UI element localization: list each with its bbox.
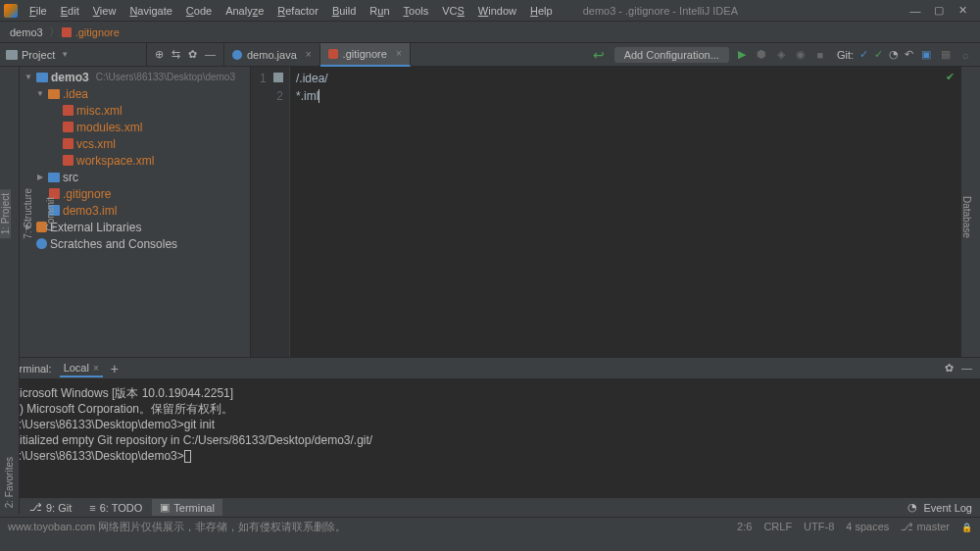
bottom-tab-git[interactable]: ⎇9: Git bbox=[22, 499, 79, 516]
tool-favorites[interactable]: 2: Favorites bbox=[4, 457, 15, 508]
list-icon: ≡ bbox=[89, 502, 95, 514]
menu-edit[interactable]: Edit bbox=[55, 3, 85, 19]
tree-label: External Libraries bbox=[50, 221, 141, 234]
menu-build[interactable]: Build bbox=[326, 3, 362, 19]
menu-code[interactable]: Code bbox=[180, 3, 218, 19]
terminal-add-button[interactable]: + bbox=[111, 361, 119, 376]
arrow-down-icon[interactable]: ▼ bbox=[35, 89, 45, 98]
git-commit-icon[interactable]: ✓ bbox=[874, 48, 883, 61]
git-history-icon[interactable]: ◔ bbox=[889, 48, 899, 61]
toolbar-row: Project ▼ ⊕ ⇆ ✿ — demo.java × .gitignore… bbox=[0, 43, 980, 67]
maximize-button[interactable]: ▢ bbox=[933, 5, 945, 17]
tool-commit[interactable]: Commit bbox=[45, 193, 56, 234]
status-position[interactable]: 2:6 bbox=[737, 521, 752, 533]
tool-database[interactable]: Database bbox=[961, 196, 972, 238]
tab-label: .gitignore bbox=[343, 48, 387, 60]
run-config-button[interactable]: Add Configuration... bbox=[614, 47, 729, 63]
tree-file[interactable]: workspace.xml bbox=[20, 152, 250, 169]
back-arrow-icon[interactable]: ↩ bbox=[593, 47, 605, 63]
gear-icon[interactable]: ✿ bbox=[945, 362, 954, 375]
structure-icon[interactable]: ▦ bbox=[939, 48, 953, 61]
tab-demo-java[interactable]: demo.java × bbox=[224, 44, 320, 66]
run-icon[interactable]: ▶ bbox=[735, 48, 749, 61]
text-cursor bbox=[318, 89, 319, 103]
debug-icon[interactable]: ⬢ bbox=[755, 48, 768, 61]
tree-idea-folder[interactable]: ▼ .idea bbox=[20, 85, 250, 102]
terminal-panel: Terminal: Local× + ✿ — Microsoft Windows… bbox=[0, 357, 980, 497]
status-indent[interactable]: 4 spaces bbox=[846, 521, 889, 533]
git-rollback-icon[interactable]: ↶ bbox=[905, 48, 913, 61]
inspection-ok-icon[interactable]: ✔ bbox=[946, 71, 955, 83]
terminal-body[interactable]: Microsoft Windows [版本 10.0.19044.2251] (… bbox=[0, 379, 980, 497]
terminal-tab-local[interactable]: Local× bbox=[60, 360, 103, 377]
profile-icon[interactable]: ◉ bbox=[794, 48, 808, 61]
tree-label: workspace.xml bbox=[76, 154, 154, 168]
run-toolbar: ↩ Add Configuration... ▶ ⬢ ◈ ◉ ■ Git: ✓ … bbox=[585, 47, 980, 63]
arrow-right-icon[interactable]: ▶ bbox=[35, 173, 45, 181]
close-button[interactable]: ✕ bbox=[956, 5, 968, 17]
breadcrumb-root[interactable]: demo3 bbox=[6, 25, 47, 39]
arrow-down-icon[interactable]: ▼ bbox=[24, 73, 33, 81]
close-icon[interactable]: × bbox=[93, 363, 99, 374]
tab-gitignore[interactable]: .gitignore × bbox=[320, 43, 411, 67]
gear-icon[interactable]: ✿ bbox=[188, 48, 197, 61]
folder-action-icon[interactable]: ▣ bbox=[919, 48, 933, 61]
event-log-button[interactable]: Event Log bbox=[923, 502, 972, 514]
breadcrumb-file[interactable]: .gitignore bbox=[72, 25, 123, 39]
term-line: Initialized empty Git repository in C:/U… bbox=[10, 432, 970, 448]
tree-scratches[interactable]: Scratches and Consoles bbox=[20, 235, 250, 252]
tree-label: .idea bbox=[63, 87, 88, 101]
folder-icon bbox=[6, 50, 18, 60]
menu-file[interactable]: File bbox=[24, 3, 53, 19]
menu-analyze[interactable]: Analyze bbox=[220, 3, 270, 19]
close-icon[interactable]: × bbox=[396, 48, 402, 59]
tree-label: vcs.xml bbox=[76, 137, 116, 151]
app-icon bbox=[4, 4, 18, 18]
minimize-button[interactable]: — bbox=[909, 5, 921, 17]
coverage-icon[interactable]: ◈ bbox=[774, 48, 788, 61]
tool-project[interactable]: 1: Project bbox=[0, 189, 11, 238]
menu-run[interactable]: Run bbox=[364, 3, 395, 19]
status-encoding[interactable]: UTF-8 bbox=[804, 521, 834, 533]
window-title: demo3 - .gitignore - IntelliJ IDEA bbox=[412, 5, 909, 17]
status-eol[interactable]: CRLF bbox=[763, 521, 792, 533]
editor-content[interactable]: /.idea/ *.iml bbox=[290, 67, 960, 357]
bottom-tab-terminal[interactable]: ▣Terminal bbox=[152, 499, 222, 516]
main-area: 1: Project 7: Structure Commit ▼ demo3 C… bbox=[0, 67, 980, 357]
lock-icon[interactable] bbox=[961, 521, 972, 533]
tree-root[interactable]: ▼ demo3 C:\Users\86133\Desktop\demo3 bbox=[20, 69, 250, 85]
editor-gutter: 1 2 bbox=[251, 67, 290, 357]
chevron-right-icon: 〉 bbox=[49, 25, 60, 39]
menu-refactor[interactable]: Refactor bbox=[271, 3, 324, 19]
menu-navigate[interactable]: Navigate bbox=[123, 3, 177, 19]
project-panel-header[interactable]: Project ▼ bbox=[0, 43, 147, 66]
search-icon[interactable]: ⌕ bbox=[958, 49, 972, 61]
term-line: (c) Microsoft Corporation。保留所有权利。 bbox=[10, 401, 970, 417]
tree-label: misc.xml bbox=[76, 104, 122, 118]
expand-icon[interactable]: ⇆ bbox=[172, 48, 180, 61]
term-line: C:\Users\86133\Desktop\demo3>git init bbox=[10, 417, 970, 432]
stop-icon[interactable]: ■ bbox=[813, 49, 827, 61]
git-update-icon[interactable]: ✓ bbox=[859, 48, 868, 61]
tree-label: src bbox=[63, 171, 78, 184]
minimize-icon[interactable]: — bbox=[961, 362, 972, 375]
gitignore-icon bbox=[328, 49, 338, 59]
menu-view[interactable]: View bbox=[87, 3, 122, 19]
close-icon[interactable]: × bbox=[306, 49, 312, 60]
java-icon bbox=[232, 50, 242, 60]
status-branch[interactable]: ⎇ master bbox=[901, 521, 950, 533]
tree-file[interactable]: misc.xml bbox=[20, 102, 250, 119]
tool-structure[interactable]: 7: Structure bbox=[23, 184, 33, 243]
editor[interactable]: 1 2 /.idea/ *.iml ✔ bbox=[251, 67, 960, 357]
tree-file[interactable]: modules.xml bbox=[20, 119, 250, 135]
bottom-tab-todo[interactable]: ≡6: TODO bbox=[81, 500, 150, 516]
title-bar: File Edit View Navigate Code Analyze Ref… bbox=[0, 0, 980, 22]
target-icon[interactable]: ⊕ bbox=[155, 48, 164, 61]
folder-icon bbox=[48, 89, 60, 99]
minimize-icon[interactable]: — bbox=[205, 48, 216, 61]
tree-file[interactable]: vcs.xml bbox=[20, 135, 250, 152]
folder-gutter-icon bbox=[273, 73, 283, 82]
code-line: *.iml bbox=[296, 87, 955, 105]
xml-icon bbox=[63, 122, 74, 132]
tree-src-folder[interactable]: ▶ src bbox=[20, 169, 250, 185]
